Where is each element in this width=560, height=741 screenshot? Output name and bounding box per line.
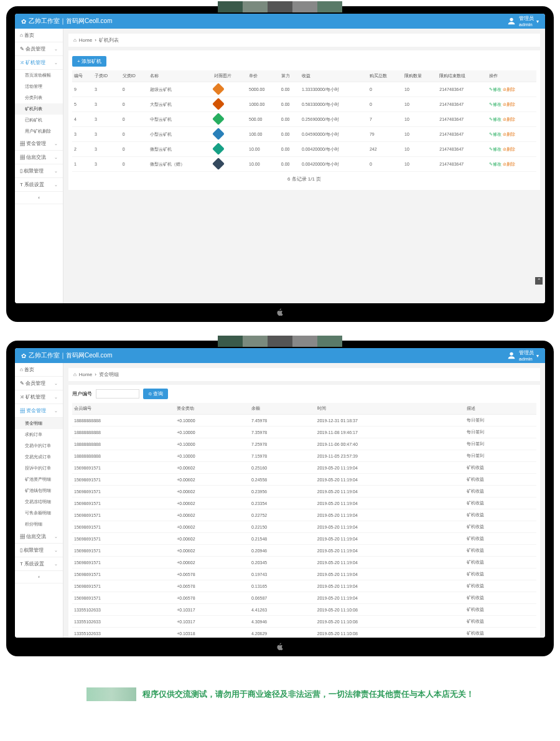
edit-link[interactable]: ✎修改 — [489, 132, 502, 136]
file-icon: ▯ — [20, 547, 22, 553]
monitor-base — [15, 638, 545, 656]
sidebar-perm[interactable]: ▯ 权限管理⌄ — [15, 164, 63, 178]
chevron-down-icon: ⌄ — [54, 47, 58, 52]
table-row: 15698691571+0.006020.209462019-05-20 11:… — [72, 545, 536, 557]
col-header: 购买总数 — [368, 70, 403, 82]
sidebar-sub-item[interactable]: 矿池资产明细 — [15, 474, 63, 485]
table-row: 18888888888+0.100007.159782019-11-05 23:… — [72, 450, 536, 462]
shuffle-icon: ⤭ — [20, 60, 24, 65]
sidebar-perm[interactable]: ▯ 权限管理⌄ — [15, 544, 63, 557]
file-icon: ▯ — [20, 168, 22, 174]
chevron-left-icon: ‹ — [38, 574, 40, 580]
edit-link[interactable]: ✎修改 — [489, 162, 502, 166]
user-menu[interactable]: 管理员admin ▾ — [506, 15, 539, 27]
monitor-base — [15, 303, 545, 322]
chevron-down-icon: ⌄ — [54, 60, 58, 65]
chevron-down-icon: ⌄ — [54, 182, 58, 187]
sidebar-member[interactable]: ✎ 会员管理⌄ — [15, 377, 63, 390]
apple-logo-icon — [276, 643, 284, 651]
table-row: 13355102633+0.103174.412632019-05-20 11:… — [72, 604, 536, 616]
table-row: 530大型云矿机1000.000.000.58330000/每小时0102147… — [72, 97, 536, 112]
calendar-icon: ▦ — [20, 154, 25, 160]
sidebar-miner[interactable]: ⤭ 矿机管理⌄ — [15, 56, 63, 70]
col-header: 单价 — [247, 70, 279, 82]
sidebar-sub-item[interactable]: 求购订单 — [15, 429, 63, 440]
calendar-icon: ▦ — [20, 141, 25, 146]
table-row: 130微型云矿机（赠）10.000.000.00420000/每小时010214… — [72, 157, 536, 172]
sidebar-msg[interactable]: ▦ 信息交流⌄ — [15, 530, 63, 544]
sidebar-sub-item[interactable]: 交易中的订单 — [15, 440, 63, 451]
add-miner-button[interactable]: + 添加矿机 — [72, 56, 106, 67]
topbar: ✿ 乙帅工作室｜首码网Ceoll.com 管理员admin ▾ — [15, 348, 545, 363]
sidebar-home[interactable]: ⌂ 首页 — [15, 29, 63, 42]
search-button[interactable]: ⊙ 查询 — [143, 389, 168, 399]
sidebar-sys[interactable]: T 系统设置⌄ — [15, 557, 63, 571]
user-id-input[interactable] — [96, 389, 139, 399]
home-icon[interactable]: ⌂ — [73, 37, 77, 43]
table-row: 15698691571+0.006020.227522019-05-20 11:… — [72, 509, 536, 521]
delete-link[interactable]: ⊘删除 — [503, 147, 515, 151]
scroll-top-button[interactable]: ⌃ — [535, 277, 543, 285]
sidebar-sub-item[interactable]: 用户矿机删除 — [15, 126, 63, 137]
sidebar-sub-item[interactable]: 首页滚动横幅 — [15, 70, 63, 81]
delete-link[interactable]: ⊘删除 — [503, 102, 515, 106]
sidebar-sub-item[interactable]: 资金明细 — [15, 418, 63, 429]
table-row: 18888888888+0.100007.259782019-11-06 00:… — [72, 438, 536, 450]
delete-link[interactable]: ⊘删除 — [503, 132, 515, 136]
sidebar-sub-item[interactable]: 交易冻结明细 — [15, 496, 63, 507]
col-header: 会员编号 — [72, 403, 175, 415]
sidebar-sub-item[interactable]: 矿机列表 — [15, 103, 63, 115]
topbar: ✿ 乙帅工作室｜首码网Ceoll.com 管理员admin ▾ — [15, 14, 545, 29]
sidebar-miner[interactable]: ⤭ 矿机管理⌄ — [15, 390, 63, 404]
sidebar-member[interactable]: ✎ 会员管理⌄ — [15, 42, 63, 56]
chevron-down-icon: ▾ — [536, 19, 539, 24]
censored-patch — [218, 1, 342, 12]
table-row: 15698691571+0.006020.233542019-05-20 11:… — [72, 498, 536, 509]
screen-2: ✿ 乙帅工作室｜首码网Ceoll.com 管理员admin ▾ ⌂ 首页 ✎ 会… — [15, 348, 545, 638]
table-row: 18888888888+0.100007.459782019-12-31 01:… — [72, 415, 536, 427]
sidebar-fund[interactable]: ▦ 资金管理⌄ — [15, 137, 63, 151]
sidebar-fund[interactable]: ▦ 资金管理⌄ — [15, 404, 63, 418]
sidebar-sub-item[interactable]: 积分明细 — [15, 519, 63, 530]
sidebar-collapse[interactable]: ‹ — [15, 192, 63, 204]
edit-link[interactable]: ✎修改 — [489, 87, 502, 92]
col-header: 限购数量 — [403, 70, 437, 82]
dashboard-icon: ⌂ — [20, 32, 23, 38]
search-label: 用户编号 — [72, 390, 92, 397]
delete-link[interactable]: ⊘删除 — [503, 117, 515, 121]
sidebar-sub-item[interactable]: 投诉中的订单 — [15, 463, 63, 474]
table-row: 15698691571+0.006020.221502019-05-20 11:… — [72, 521, 536, 533]
table-row: 15698691571+0.006020.245582019-05-20 11:… — [72, 474, 536, 486]
sidebar-collapse[interactable]: ‹ — [15, 571, 63, 583]
sidebar: ⌂ 首页 ✎ 会员管理⌄ ⤭ 矿机管理⌄ 首页滚动横幅活动管理分类列表矿机列表已… — [15, 29, 63, 303]
chevron-left-icon: ‹ — [38, 195, 40, 201]
sidebar-home[interactable]: ⌂ 首页 — [15, 363, 63, 377]
edit-link[interactable]: ✎修改 — [489, 102, 502, 106]
col-header: 编号 — [72, 70, 93, 82]
sidebar-sub-item[interactable]: 可售余额明细 — [15, 507, 63, 519]
delete-link[interactable]: ⊘删除 — [503, 87, 515, 92]
sidebar-sub-item[interactable]: 分类列表 — [15, 92, 63, 103]
sidebar-sys[interactable]: T 系统设置⌄ — [15, 178, 63, 192]
censored-patch — [218, 336, 342, 347]
table-row: 13355102633+0.103174.309462019-05-20 11:… — [72, 616, 536, 628]
edit-link[interactable]: ✎修改 — [489, 117, 502, 121]
brand-title: 乙帅工作室｜首码网Ceoll.com — [29, 351, 112, 360]
sidebar-sub-item[interactable]: 已购矿机 — [15, 115, 63, 126]
edit-link[interactable]: ✎修改 — [489, 147, 502, 151]
home-icon[interactable]: ⌂ — [73, 372, 77, 377]
sidebar: ⌂ 首页 ✎ 会员管理⌄ ⤭ 矿机管理⌄ ▦ 资金管理⌄ 资金明细求购订单交易中… — [15, 363, 63, 638]
table-row: 15698691571+0.006020.251602019-05-20 11:… — [72, 462, 536, 474]
sidebar-sub-item[interactable]: 交易完成订单 — [15, 451, 63, 463]
sidebar-msg[interactable]: ▦ 信息交流⌄ — [15, 151, 63, 164]
col-header: 余额 — [250, 403, 315, 415]
sidebar-sub-item[interactable]: 活动管理 — [15, 81, 63, 92]
user-menu[interactable]: 管理员admin ▾ — [506, 349, 539, 362]
calendar-icon: ▦ — [20, 534, 25, 539]
delete-link[interactable]: ⊘删除 — [503, 162, 515, 166]
shuffle-icon: ⤭ — [20, 394, 24, 400]
chevron-down-icon: ▾ — [536, 353, 539, 359]
col-header: 资金类动 — [175, 403, 250, 415]
sidebar-sub-item[interactable]: 矿池钱包明细 — [15, 485, 63, 496]
col-header: 名称 — [148, 70, 212, 82]
